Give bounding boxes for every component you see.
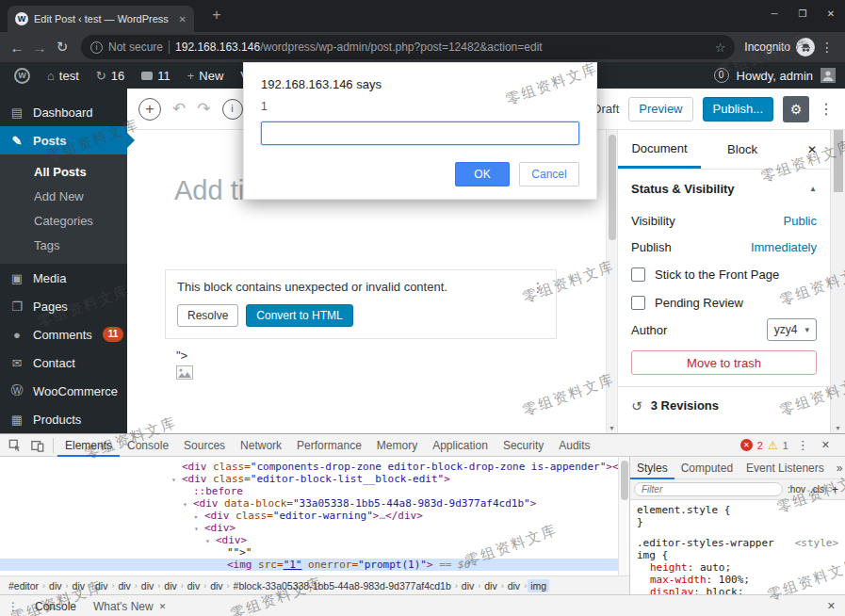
dom-tree-line[interactable]: ::before — [0, 485, 618, 497]
scroll-down-icon[interactable]: ▼ — [607, 425, 617, 431]
tab-block[interactable]: Block — [701, 130, 784, 169]
dom-tree-line[interactable]: ▾<div> — [0, 522, 618, 534]
maximize-button[interactable]: ❐ — [788, 0, 817, 28]
class-button[interactable]: .cls — [810, 484, 824, 494]
info-icon[interactable]: i — [90, 41, 103, 54]
devtools-tab-elements[interactable]: Elements — [57, 434, 120, 457]
minimize-button[interactable]: ─ — [760, 0, 788, 28]
notification-counter[interactable]: 0 — [714, 68, 729, 83]
stick-checkbox[interactable] — [631, 267, 645, 282]
drawer-menu-icon[interactable]: ⋮ — [0, 600, 26, 613]
devtools-tab-sources[interactable]: Sources — [176, 434, 233, 457]
breadcrumb-item[interactable]: div — [161, 579, 179, 592]
hover-state-button[interactable]: :hov — [788, 484, 805, 494]
bookmark-star-icon[interactable]: ☆ — [715, 41, 726, 55]
visibility-value[interactable]: Public — [784, 214, 817, 228]
move-to-trash-button[interactable]: Move to trash — [631, 350, 817, 375]
dom-tree-line[interactable]: ▸<div class="editor-warning">…</div> — [0, 510, 618, 522]
dom-tree-line[interactable]: <div class="components-drop-zone editor-… — [0, 461, 618, 473]
drawer-tab-console[interactable]: Console — [26, 595, 85, 616]
close-button[interactable]: ✕ — [817, 0, 845, 28]
sidebar-item-pages[interactable]: ❐Pages — [0, 292, 127, 320]
stylesheet-origin-link[interactable]: <style> — [795, 537, 838, 549]
new-content-menu[interactable]: +New — [179, 62, 233, 89]
publish-button[interactable]: Publish... — [703, 97, 773, 122]
forward-icon[interactable]: → — [28, 40, 51, 56]
address-bar[interactable]: i Not secure 192.168.163.146/wordpress/w… — [81, 35, 735, 59]
dom-tree-scrollbar[interactable] — [618, 457, 629, 575]
twisty-open-icon[interactable]: ▾ — [205, 535, 216, 547]
tab-close-icon[interactable]: ✕ — [159, 595, 167, 616]
device-toolbar-icon[interactable] — [26, 434, 49, 457]
preview-button[interactable]: Preview — [628, 97, 692, 122]
publish-value[interactable]: Immediately — [751, 240, 817, 254]
resolve-button[interactable]: Resolve — [177, 304, 238, 327]
sidebar-item-media[interactable]: ▣Media — [0, 264, 127, 292]
wp-logo-menu[interactable]: W — [6, 62, 39, 89]
content-structure-icon[interactable]: i — [222, 99, 243, 120]
breadcrumb-item[interactable]: div — [505, 579, 523, 592]
dom-tree-line[interactable]: ▾<div> — [0, 534, 618, 546]
inspect-element-icon[interactable] — [4, 434, 26, 457]
twisty-open-icon[interactable]: ▾ — [194, 523, 204, 535]
admin-comments-menu[interactable]: 11 — [133, 62, 179, 89]
devtools-tab-application[interactable]: Application — [425, 434, 496, 457]
devtools-tab-memory[interactable]: Memory — [369, 434, 425, 457]
submenu-item-add-new[interactable]: Add New — [0, 185, 127, 209]
scroll-down-icon[interactable]: ▼ — [831, 425, 845, 431]
submenu-item-categories[interactable]: Categories — [0, 209, 127, 234]
css-property[interactable]: max-width: 100%; — [637, 574, 838, 586]
pending-checkbox[interactable] — [631, 296, 645, 310]
new-tab-button[interactable]: + — [207, 7, 226, 24]
drawer-close-icon[interactable]: ✕ — [818, 600, 845, 612]
twisty-open-icon[interactable]: ▾ — [183, 498, 193, 511]
breadcrumb-item[interactable]: div — [46, 579, 64, 592]
drawer-tab-whats-new[interactable]: What's New ✕ — [85, 595, 174, 616]
sidebar-item-dashboard[interactable]: ▤Dashboard — [0, 98, 127, 126]
devtools-tab-network[interactable]: Network — [233, 434, 289, 457]
devtools-tab-console[interactable]: Console — [120, 434, 176, 457]
dom-tree-line[interactable]: ▾<div data-block="33a05338-1bb5-44a8-983… — [0, 497, 618, 510]
breadcrumb-item[interactable]: img — [528, 579, 549, 592]
block-inserter-button[interactable]: + — [138, 98, 161, 121]
sidebar-item-comments[interactable]: ●Comments11 — [0, 320, 127, 349]
ok-button[interactable]: OK — [455, 162, 510, 186]
back-icon[interactable]: ← — [6, 40, 28, 56]
author-select[interactable]: yzy4 ▾ — [767, 318, 817, 341]
error-icon[interactable]: ✕ — [740, 439, 753, 451]
tab-event-listeners[interactable]: Event Listeners — [739, 457, 831, 479]
editor-more-icon[interactable]: ⋮ — [819, 100, 834, 118]
breadcrumb-item[interactable]: div — [185, 579, 203, 592]
tab-close-icon[interactable]: ✕ — [179, 14, 187, 24]
site-menu[interactable]: ⌂test — [39, 62, 88, 89]
new-style-rule-icon[interactable]: + — [829, 483, 841, 496]
breadcrumb-item[interactable]: div — [459, 579, 477, 592]
sidebar-item-products[interactable]: ▦Products — [0, 405, 127, 433]
breadcrumb-item[interactable]: div — [481, 579, 499, 592]
dom-tree-line[interactable]: ▾<div class="editor-block-list__block-ed… — [0, 473, 618, 485]
tab-computed[interactable]: Computed — [674, 457, 739, 479]
cancel-button[interactable]: Cancel — [519, 162, 579, 186]
dom-tree-line[interactable]: "">" — [0, 546, 618, 559]
prompt-input[interactable] — [261, 122, 579, 145]
sidebar-item-woocommerce[interactable]: ⓌWooCommerce — [0, 377, 127, 405]
breadcrumb-item[interactable]: div — [138, 579, 156, 592]
browser-menu-icon[interactable]: ⋮ — [815, 40, 839, 55]
editor-scrollbar[interactable]: ▼ — [606, 130, 617, 433]
breadcrumb-item[interactable]: #editor — [6, 579, 41, 592]
devtools-close-icon[interactable]: ✕ — [818, 439, 834, 451]
scrollbar-thumb[interactable] — [609, 135, 616, 240]
tabs-overflow-icon[interactable]: » — [831, 462, 845, 475]
devtools-tab-audits[interactable]: Audits — [551, 434, 597, 457]
convert-to-html-button[interactable]: Convert to HTML — [246, 304, 352, 327]
settings-gear-icon[interactable]: ⚙ — [783, 96, 809, 122]
devtools-tab-performance[interactable]: Performance — [289, 434, 369, 457]
warning-more-icon[interactable]: ⋮ — [531, 280, 544, 295]
revisions-row[interactable]: ↺ 3 Revisions — [618, 386, 830, 424]
twisty-closed-icon[interactable]: ▸ — [194, 511, 204, 523]
breadcrumb-item[interactable]: div — [115, 579, 133, 592]
devtools-menu-icon[interactable]: ⋮ — [793, 438, 813, 452]
reload-icon[interactable]: ↻ — [51, 39, 73, 56]
warning-icon[interactable]: ⚠ — [768, 439, 778, 452]
breadcrumb-item[interactable]: div — [207, 579, 225, 592]
